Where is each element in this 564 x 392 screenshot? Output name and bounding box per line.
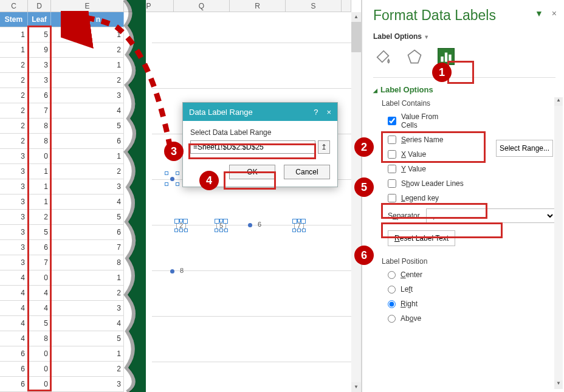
data-point[interactable] bbox=[170, 269, 174, 273]
y-value-checkbox[interactable] bbox=[388, 165, 396, 173]
table-row[interactable]: 367 bbox=[0, 240, 124, 255]
paint-bucket-icon[interactable] bbox=[374, 48, 391, 65]
table-row[interactable]: 274 bbox=[0, 103, 124, 119]
cell[interactable]: 5 bbox=[51, 119, 124, 134]
cell[interactable]: 1 bbox=[51, 346, 124, 362]
cell[interactable]: 2 bbox=[0, 73, 28, 88]
cell[interactable]: 3 bbox=[51, 301, 124, 316]
cell[interactable]: 4 bbox=[51, 103, 124, 119]
cell[interactable]: 5 bbox=[51, 331, 124, 346]
cell[interactable]: 6 bbox=[0, 377, 28, 392]
cell[interactable]: 3 bbox=[0, 240, 28, 255]
cell[interactable]: 6 bbox=[51, 225, 124, 240]
close-icon[interactable]: × bbox=[326, 108, 331, 117]
value-from-cells-checkbox[interactable] bbox=[388, 117, 396, 125]
cell[interactable]: 3 bbox=[0, 149, 28, 164]
range-ref-button[interactable]: ↥ bbox=[318, 140, 330, 154]
chk-leader-lines[interactable]: Show Leader Lines bbox=[388, 179, 555, 188]
cell[interactable]: 6 bbox=[0, 362, 28, 377]
table-row[interactable]: 601 bbox=[0, 346, 124, 362]
cell[interactable]: 7 bbox=[51, 240, 124, 255]
data-label-5[interactable]: 5 bbox=[216, 221, 226, 230]
table-row[interactable]: 602 bbox=[0, 362, 124, 377]
cell[interactable]: 6 bbox=[51, 134, 124, 149]
cell[interactable]: 2 bbox=[51, 362, 124, 377]
cell[interactable]: 3 bbox=[51, 88, 124, 103]
table-row[interactable]: 192 bbox=[0, 43, 124, 58]
cell[interactable]: 2 bbox=[0, 88, 28, 103]
cell[interactable]: 4 bbox=[0, 316, 28, 331]
cell[interactable]: 3 bbox=[51, 179, 124, 194]
table-row[interactable]: 151 bbox=[0, 27, 124, 43]
scroll-down-icon[interactable]: ▼ bbox=[351, 382, 361, 392]
table-row[interactable]: 454 bbox=[0, 316, 124, 331]
chk-value-from-cells[interactable]: Value From Cells bbox=[388, 112, 555, 129]
table-row[interactable]: 301 bbox=[0, 149, 124, 164]
cell[interactable]: 4 bbox=[0, 301, 28, 316]
col-header-r[interactable]: R bbox=[230, 0, 286, 12]
cell[interactable]: 5 bbox=[51, 210, 124, 225]
cell[interactable]: 1 bbox=[0, 27, 28, 43]
chk-legend-key[interactable]: Legend key bbox=[388, 194, 555, 202]
cell[interactable]: 4 bbox=[51, 194, 124, 210]
cell[interactable]: 8 bbox=[51, 255, 124, 270]
data-label-6[interactable]: 6 bbox=[258, 221, 261, 228]
data-label-8[interactable]: 8 bbox=[180, 267, 184, 274]
table-row[interactable]: 443 bbox=[0, 301, 124, 316]
table-row[interactable]: 312 bbox=[0, 164, 124, 179]
cell[interactable]: 4 bbox=[0, 331, 28, 346]
cell[interactable]: 2 bbox=[51, 43, 124, 58]
cell[interactable]: 2 bbox=[51, 164, 124, 179]
section-label-options[interactable]: Label Options bbox=[373, 85, 555, 94]
table-row[interactable]: 231 bbox=[0, 58, 124, 73]
radio-left[interactable]: Left bbox=[388, 285, 555, 294]
header-lpos[interactable]: L Pos n bbox=[51, 12, 124, 27]
col-header-q[interactable]: Q bbox=[174, 0, 230, 12]
table-row[interactable]: 356 bbox=[0, 225, 124, 240]
help-icon[interactable]: ? bbox=[314, 108, 318, 117]
leader-lines-checkbox[interactable] bbox=[388, 179, 396, 188]
col-header-s[interactable]: S bbox=[286, 0, 342, 12]
data-label-7[interactable]: 7 bbox=[294, 221, 304, 230]
panel-scrollbar[interactable]: ▲ ▼ bbox=[554, 97, 563, 389]
cell[interactable]: 2 bbox=[0, 58, 28, 73]
col-header-e[interactable]: E bbox=[51, 0, 124, 12]
col-header-c[interactable]: C bbox=[0, 0, 28, 12]
cell[interactable]: 3 bbox=[0, 225, 28, 240]
radio-right[interactable]: Right bbox=[388, 300, 555, 308]
header-stem[interactable]: Stem bbox=[0, 12, 28, 27]
table-row[interactable]: 314 bbox=[0, 194, 124, 210]
cell[interactable]: 4 bbox=[0, 270, 28, 286]
cell[interactable]: 2 bbox=[51, 73, 124, 88]
legend-key-checkbox[interactable] bbox=[388, 194, 396, 202]
cell[interactable]: 1 bbox=[51, 149, 124, 164]
cell[interactable]: 2 bbox=[51, 286, 124, 301]
data-label-2[interactable]: 2 bbox=[176, 221, 186, 230]
table-row[interactable]: 442 bbox=[0, 286, 124, 301]
cell[interactable]: 2 bbox=[0, 103, 28, 119]
select-range-button[interactable]: Select Range... bbox=[496, 140, 553, 157]
sheet-scrollbar[interactable]: ▲ ▼ bbox=[351, 12, 361, 392]
table-row[interactable]: 325 bbox=[0, 210, 124, 225]
pentagon-icon[interactable] bbox=[406, 48, 423, 65]
table-row[interactable]: 285 bbox=[0, 119, 124, 134]
scroll-thumb[interactable] bbox=[351, 22, 361, 52]
cell[interactable]: 3 bbox=[51, 377, 124, 392]
cell[interactable]: 3 bbox=[0, 210, 28, 225]
radio-center[interactable]: Center bbox=[388, 270, 555, 279]
cell[interactable]: 1 bbox=[51, 27, 124, 43]
cell[interactable]: 1 bbox=[0, 43, 28, 58]
scroll-up-icon[interactable]: ▲ bbox=[351, 12, 361, 22]
chk-y-value[interactable]: Y Value bbox=[388, 165, 555, 173]
cell[interactable]: 3 bbox=[0, 179, 28, 194]
cell[interactable]: 4 bbox=[0, 286, 28, 301]
table-row[interactable]: 313 bbox=[0, 179, 124, 194]
table-row[interactable]: 485 bbox=[0, 331, 124, 346]
panel-subtitle[interactable]: Label Options ▼ bbox=[373, 32, 555, 41]
cell[interactable]: 2 bbox=[0, 119, 28, 134]
col-header-d[interactable]: D bbox=[28, 0, 51, 12]
panel-dropdown-icon[interactable]: ▼ bbox=[535, 9, 543, 18]
table-row[interactable]: 603 bbox=[0, 377, 124, 392]
cancel-button[interactable]: Cancel bbox=[284, 165, 330, 179]
scroll-up-icon[interactable]: ▲ bbox=[554, 97, 563, 106]
